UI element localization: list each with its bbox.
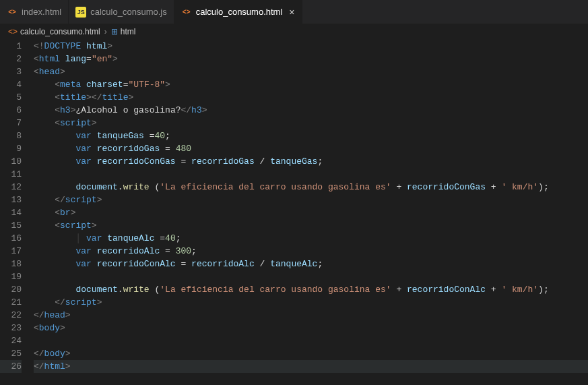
code-line[interactable]: </head> xyxy=(34,309,588,322)
line-number: 16 xyxy=(0,232,22,245)
line-number: 24 xyxy=(0,334,22,347)
code-line[interactable]: <!DOCTYPE html> xyxy=(34,40,588,53)
breadcrumb-file: calculo_consumo.html xyxy=(20,27,100,36)
line-number: 18 xyxy=(0,258,22,270)
code-line[interactable]: </body> xyxy=(34,347,588,360)
code-line[interactable]: document.write ('La eficiencia del carro… xyxy=(34,283,588,296)
code-line[interactable]: </html> xyxy=(34,360,588,373)
line-number: 26 xyxy=(0,360,22,373)
code-line[interactable]: var recorridoConAlc = recorridoAlc / tan… xyxy=(34,258,588,270)
code-line[interactable]: </script> xyxy=(34,194,588,206)
tab-index-html[interactable]: <>index.html xyxy=(0,0,69,24)
line-number: 10 xyxy=(0,155,22,168)
code-line[interactable]: <meta charset="UTF-8"> xyxy=(34,78,588,91)
code-line[interactable]: <br> xyxy=(34,206,588,219)
code-area[interactable]: <!DOCTYPE html><html lang="en"><head> <m… xyxy=(34,40,588,385)
line-number: 6 xyxy=(0,104,22,117)
tab-label: calculo_consumo.js xyxy=(90,7,166,17)
line-number: 11 xyxy=(0,168,22,181)
tab-calculo_consumo-html[interactable]: <>calculo_consumo.html× xyxy=(174,0,302,24)
code-line[interactable]: <head> xyxy=(34,65,588,78)
code-line[interactable]: var recorridoAlc = 300; xyxy=(34,245,588,258)
code-line[interactable] xyxy=(34,168,588,181)
js-file-icon: JS xyxy=(75,7,86,18)
line-number: 15 xyxy=(0,219,22,232)
editor[interactable]: 1234567891011121314151617181920212223242… xyxy=(0,40,588,385)
line-number: 1 xyxy=(0,40,22,53)
code-line[interactable]: <title></title> xyxy=(34,91,588,104)
tab-label: calculo_consumo.html xyxy=(196,7,283,17)
code-line[interactable]: var recorridoConGas = recorridoGas / tan… xyxy=(34,155,588,168)
breadcrumb-separator: › xyxy=(104,27,107,36)
html-file-icon: <> xyxy=(7,7,18,18)
html-file-icon: <> xyxy=(8,27,18,36)
html-file-icon: <> xyxy=(181,7,192,18)
line-number: 12 xyxy=(0,181,22,194)
code-line[interactable]: <h3>¿Alcohol o gasolina?</h3> xyxy=(34,104,588,117)
breadcrumb[interactable]: <> calculo_consumo.html › ⊞ html xyxy=(0,24,588,40)
tab-bar: <>index.htmlJScalculo_consumo.js<>calcul… xyxy=(0,0,588,24)
line-number: 5 xyxy=(0,91,22,104)
code-line[interactable]: var tanqueGas =40; xyxy=(34,129,588,142)
line-number: 14 xyxy=(0,206,22,219)
line-number: 13 xyxy=(0,194,22,206)
code-line[interactable]: │ var tanqueAlc =40; xyxy=(34,232,588,245)
line-number: 22 xyxy=(0,309,22,322)
code-line[interactable]: var recorridoGas = 480 xyxy=(34,142,588,155)
code-line[interactable]: <script> xyxy=(34,117,588,129)
line-gutter: 1234567891011121314151617181920212223242… xyxy=(0,40,34,385)
code-line[interactable]: <html lang="en"> xyxy=(34,53,588,65)
tab-calculo_consumo-js[interactable]: JScalculo_consumo.js xyxy=(69,0,174,24)
line-number: 21 xyxy=(0,296,22,309)
code-line[interactable]: <body> xyxy=(34,322,588,334)
breadcrumb-symbol: html xyxy=(121,27,136,36)
line-number: 4 xyxy=(0,78,22,91)
line-number: 7 xyxy=(0,117,22,129)
line-number: 20 xyxy=(0,283,22,296)
line-number: 19 xyxy=(0,270,22,283)
code-line[interactable]: <script> xyxy=(34,219,588,232)
line-number: 8 xyxy=(0,129,22,142)
line-number: 9 xyxy=(0,142,22,155)
code-line[interactable] xyxy=(34,270,588,283)
symbol-icon: ⊞ xyxy=(111,27,118,36)
line-number: 17 xyxy=(0,245,22,258)
code-line[interactable]: </script> xyxy=(34,296,588,309)
line-number: 23 xyxy=(0,322,22,334)
line-number: 25 xyxy=(0,347,22,360)
code-line[interactable]: document.write ('La eficiencia del carro… xyxy=(34,181,588,194)
tab-label: index.html xyxy=(22,7,61,17)
close-icon[interactable]: × xyxy=(289,7,294,18)
line-number: 2 xyxy=(0,53,22,65)
code-line[interactable] xyxy=(34,334,588,347)
line-number: 3 xyxy=(0,65,22,78)
